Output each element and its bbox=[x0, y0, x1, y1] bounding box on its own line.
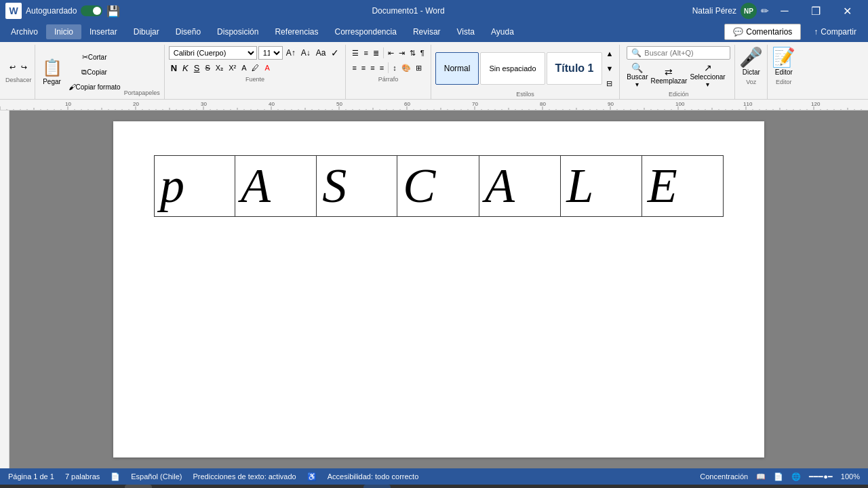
indent-decrease-button[interactable]: ⇤ bbox=[386, 46, 396, 60]
menu-correspondencia[interactable]: Correspondencia bbox=[326, 24, 404, 39]
table-cell-p[interactable]: p bbox=[155, 156, 235, 217]
zoom-percent[interactable]: 100% bbox=[841, 472, 860, 481]
sort-button[interactable]: ⇅ bbox=[408, 46, 418, 60]
edge-button[interactable]: 🌐 bbox=[334, 485, 361, 488]
search-icon: 🔍 bbox=[631, 48, 642, 58]
align-left-button[interactable]: ≡ bbox=[350, 61, 358, 75]
autosave-area: Autoguardado bbox=[26, 5, 102, 16]
redo-button[interactable]: ↩ bbox=[19, 60, 29, 74]
teams-button[interactable]: 💬 bbox=[125, 485, 152, 488]
save-icon[interactable]: 💾 bbox=[106, 5, 120, 18]
cut-button[interactable]: ✂ Cortar bbox=[66, 50, 123, 64]
line-spacing-button[interactable]: ↕ bbox=[391, 61, 399, 75]
table-cell-s[interactable]: S bbox=[317, 156, 397, 217]
font-family-select[interactable]: Calibri (Cuerpo) bbox=[169, 46, 257, 60]
menu-dibujar[interactable]: Dibujar bbox=[125, 24, 167, 39]
copy-button[interactable]: ⧉ Copiar bbox=[66, 65, 123, 79]
styles-expand[interactable]: ⊟ bbox=[604, 77, 615, 90]
table-cell-l[interactable]: L bbox=[561, 156, 642, 217]
styles-scroll-up[interactable]: ▲ bbox=[604, 47, 615, 60]
underline-button[interactable]: S bbox=[192, 61, 202, 75]
editor-group-label: Editor bbox=[776, 79, 792, 85]
comments-button[interactable]: 💬 Comentarios bbox=[724, 24, 801, 40]
layout-view-icon[interactable]: 📄 bbox=[774, 472, 783, 481]
style-normal[interactable]: Normal bbox=[435, 52, 479, 85]
text-color-button[interactable]: A bbox=[262, 61, 271, 75]
replace-button[interactable]: ⇄ Reemplazar bbox=[650, 66, 687, 85]
align-right-button[interactable]: ≡ bbox=[368, 61, 376, 75]
table-cell-c[interactable]: C bbox=[397, 156, 479, 217]
search-taskbar-button[interactable]: 🔍 bbox=[35, 485, 62, 488]
document-table[interactable]: p A S C A L E bbox=[154, 155, 724, 217]
table-cell-e[interactable]: E bbox=[642, 156, 723, 217]
bold-button[interactable]: N bbox=[169, 61, 179, 75]
menu-disposicion[interactable]: Disposición bbox=[209, 24, 267, 39]
change-case-button[interactable]: Aa bbox=[314, 46, 328, 60]
paste-button[interactable]: 📋 Pegar bbox=[39, 57, 65, 87]
start-button[interactable]: ⊞ bbox=[5, 485, 33, 488]
editor-button[interactable]: 📝 Editor bbox=[772, 46, 795, 76]
style-no-spacing[interactable]: Sin espaciado bbox=[480, 52, 545, 85]
language[interactable]: Español (Chile) bbox=[131, 472, 182, 481]
camera-button[interactable]: 📷 bbox=[214, 485, 241, 488]
subscript-button[interactable]: X₂ bbox=[214, 61, 225, 75]
style-title1[interactable]: Título 1 bbox=[547, 52, 603, 85]
pen-icon[interactable]: ✏ bbox=[761, 5, 769, 16]
decrease-font-button[interactable]: A↓ bbox=[299, 46, 313, 60]
menu-ayuda[interactable]: Ayuda bbox=[483, 24, 522, 39]
borders-button[interactable]: ⊞ bbox=[414, 61, 424, 75]
xbox-button[interactable]: 🎮 bbox=[274, 485, 301, 488]
search-input[interactable] bbox=[644, 49, 726, 57]
find-button[interactable]: 🔍 Buscar ▾ bbox=[627, 62, 648, 88]
task-view-button[interactable]: ▣ bbox=[65, 485, 92, 488]
web-view-icon[interactable]: 🌐 bbox=[791, 472, 801, 481]
font-size-select[interactable]: 11 bbox=[258, 46, 283, 60]
music-button[interactable]: 🎵 bbox=[304, 485, 331, 488]
mail-button[interactable]: 📧 bbox=[244, 485, 271, 488]
show-marks-button[interactable]: ¶ bbox=[418, 46, 427, 60]
highlight-button[interactable]: 🖊 bbox=[250, 61, 261, 75]
clear-format-button[interactable]: ✓ bbox=[329, 46, 341, 60]
share-button[interactable]: ↑ Compartir bbox=[805, 24, 865, 40]
autosave-toggle[interactable] bbox=[81, 5, 102, 16]
close-button[interactable]: ✕ bbox=[831, 0, 863, 22]
font-color-button[interactable]: A bbox=[239, 61, 248, 75]
indent-increase-button[interactable]: ⇥ bbox=[397, 46, 407, 60]
restore-button[interactable]: ❐ bbox=[800, 0, 831, 22]
table-cell-a2[interactable]: A bbox=[479, 156, 560, 217]
user-name: Natali Pérez bbox=[692, 6, 736, 16]
superscript-button[interactable]: X² bbox=[226, 61, 238, 75]
focus-label[interactable]: Concentración bbox=[700, 472, 748, 481]
increase-font-button[interactable]: A↑ bbox=[284, 46, 298, 60]
bullets-button[interactable]: ☰ bbox=[350, 46, 361, 60]
menu-referencias[interactable]: Referencias bbox=[267, 24, 326, 39]
word-taskbar-button[interactable]: 🔷 bbox=[363, 485, 391, 488]
widgets-button[interactable]: ⊟ bbox=[95, 485, 122, 488]
menu-inicio[interactable]: Inicio bbox=[46, 24, 81, 39]
firefox-button[interactable]: 🦊 bbox=[155, 485, 182, 488]
files-button[interactable]: 📁 bbox=[184, 485, 212, 488]
select-button[interactable]: ↗ Seleccionar ▾ bbox=[690, 62, 725, 88]
menu-diseno[interactable]: Diseño bbox=[167, 24, 209, 39]
table-cell-a1[interactable]: A bbox=[235, 156, 317, 217]
numbering-button[interactable]: ≡ bbox=[361, 46, 370, 60]
strikethrough-button[interactable]: S bbox=[203, 61, 212, 75]
zoom-slider[interactable]: ━━━●━ bbox=[809, 472, 833, 481]
document-scroll[interactable]: p A S C A L E bbox=[9, 110, 868, 468]
format-painter-button[interactable]: 🖌 Copiar formato bbox=[66, 80, 123, 94]
minimize-button[interactable]: ─ bbox=[769, 0, 800, 22]
menu-vista[interactable]: Vista bbox=[449, 24, 483, 39]
read-mode-icon[interactable]: 📖 bbox=[756, 472, 766, 481]
menu-insertar[interactable]: Insertar bbox=[81, 24, 125, 39]
styles-scroll-down[interactable]: ▼ bbox=[604, 62, 615, 75]
align-center-button[interactable]: ≡ bbox=[359, 61, 368, 75]
multilevel-button[interactable]: ≣ bbox=[371, 46, 381, 60]
avatar: NP bbox=[741, 3, 757, 19]
shading-button[interactable]: 🎨 bbox=[399, 61, 413, 75]
italic-button[interactable]: K bbox=[180, 61, 191, 75]
menu-revisar[interactable]: Revisar bbox=[405, 24, 449, 39]
dictate-button[interactable]: 🎤 Dictar bbox=[739, 46, 763, 76]
undo-button[interactable]: ↩ bbox=[7, 60, 18, 74]
justify-button[interactable]: ≡ bbox=[378, 61, 386, 75]
menu-archivo[interactable]: Archivo bbox=[3, 24, 46, 39]
